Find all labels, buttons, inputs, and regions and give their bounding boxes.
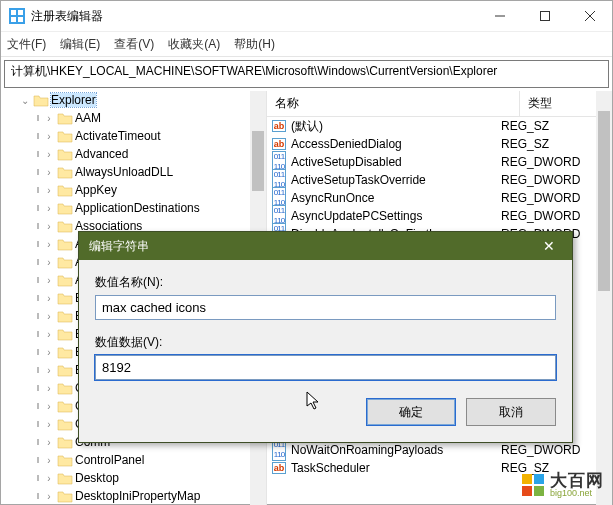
menubar: 文件(F) 编辑(E) 查看(V) 收藏夹(A) 帮助(H) — [1, 32, 612, 57]
expand-icon[interactable]: › — [43, 383, 55, 394]
folder-icon — [57, 183, 73, 197]
folder-icon — [57, 147, 73, 161]
svg-rect-6 — [540, 12, 549, 21]
tree-item-label: DesktopIniPropertyMap — [75, 489, 200, 503]
expand-icon[interactable]: › — [43, 113, 55, 124]
watermark-url: big100.net — [550, 489, 604, 498]
expand-icon[interactable]: › — [43, 203, 55, 214]
expand-icon[interactable]: › — [43, 149, 55, 160]
close-button[interactable] — [567, 1, 612, 31]
expand-icon[interactable]: › — [43, 473, 55, 484]
folder-icon — [57, 471, 73, 485]
expand-icon[interactable]: › — [43, 167, 55, 178]
value-type: REG_DWORD — [501, 209, 608, 223]
window-controls — [477, 1, 612, 31]
ok-button[interactable]: 确定 — [366, 398, 456, 426]
folder-icon — [57, 219, 73, 233]
tree-item-label: AlwaysUnloadDLL — [75, 165, 173, 179]
tree-item-label: ApplicationDestinations — [75, 201, 200, 215]
folder-icon — [57, 255, 73, 269]
regedit-window: 注册表编辑器 文件(F) 编辑(E) 查看(V) 收藏夹(A) 帮助(H) 计算… — [0, 0, 613, 505]
tree-item[interactable]: ›Desktop — [1, 469, 266, 487]
list-row[interactable]: 011110AsyncUpdatePCSettingsREG_DWORD — [267, 207, 612, 225]
value-name-input[interactable] — [95, 295, 556, 320]
value-data-input[interactable] — [95, 355, 556, 380]
list-row[interactable]: 011110AsyncRunOnceREG_DWORD — [267, 189, 612, 207]
folder-icon — [57, 273, 73, 287]
dialog-body: 数值名称(N): 数值数据(V): 确定 取消 — [79, 260, 572, 442]
value-name: (默认) — [291, 118, 501, 135]
expand-icon[interactable]: › — [43, 419, 55, 430]
list-scrollbar[interactable] — [596, 91, 612, 505]
expand-icon[interactable]: › — [43, 347, 55, 358]
expand-icon[interactable]: › — [43, 491, 55, 502]
dialog-titlebar[interactable]: 编辑字符串 ✕ — [79, 232, 572, 260]
expand-icon[interactable]: › — [43, 329, 55, 340]
value-name-label: 数值名称(N): — [95, 274, 556, 291]
value-type: REG_DWORD — [501, 443, 608, 457]
value-type: REG_DWORD — [501, 191, 608, 205]
string-icon: ab — [272, 138, 287, 150]
menu-favorites[interactable]: 收藏夹(A) — [168, 36, 220, 53]
value-name: AsyncUpdatePCSettings — [291, 209, 501, 223]
tree-item[interactable]: ›ControlPanel — [1, 451, 266, 469]
expand-icon[interactable]: › — [43, 221, 55, 232]
col-name[interactable]: 名称 — [267, 91, 520, 116]
list-row[interactable]: ab(默认)REG_SZ — [267, 117, 612, 135]
watermark-text: 大百网 — [550, 472, 604, 489]
menu-view[interactable]: 查看(V) — [114, 36, 154, 53]
expand-icon[interactable]: › — [43, 401, 55, 412]
list-row[interactable]: abAccessDeniedDialogREG_SZ — [267, 135, 612, 153]
tree-item-label: Advanced — [75, 147, 128, 161]
tree-root[interactable]: ⌄ Explorer — [1, 91, 266, 109]
value-name: AccessDeniedDialog — [291, 137, 501, 151]
expand-icon[interactable]: › — [43, 311, 55, 322]
tree-item-label: AppKey — [75, 183, 117, 197]
list-header: 名称 类型 — [267, 91, 612, 117]
tree-item[interactable]: ›AAM — [1, 109, 266, 127]
svg-rect-2 — [18, 10, 23, 15]
tree-item[interactable]: ›Advanced — [1, 145, 266, 163]
dialog-buttons: 确定 取消 — [95, 398, 556, 426]
folder-icon — [57, 327, 73, 341]
svg-rect-4 — [18, 17, 23, 22]
folder-icon — [33, 93, 49, 107]
window-title: 注册表编辑器 — [31, 8, 477, 25]
menu-help[interactable]: 帮助(H) — [234, 36, 275, 53]
string-icon: ab — [272, 462, 287, 474]
cancel-button[interactable]: 取消 — [466, 398, 556, 426]
minimize-button[interactable] — [477, 1, 522, 31]
value-data-label: 数值数据(V): — [95, 334, 556, 351]
tree-item[interactable]: ›ApplicationDestinations — [1, 199, 266, 217]
expand-icon[interactable]: › — [43, 257, 55, 268]
expand-icon[interactable]: › — [43, 239, 55, 250]
value-name: AsyncRunOnce — [291, 191, 501, 205]
address-bar[interactable]: 计算机\HKEY_LOCAL_MACHINE\SOFTWARE\Microsof… — [4, 60, 609, 88]
list-row[interactable]: 011110ActiveSetupTaskOverrideREG_DWORD — [267, 171, 612, 189]
expand-icon[interactable]: › — [43, 275, 55, 286]
dialog-title: 编辑字符串 — [89, 238, 536, 255]
dialog-close-button[interactable]: ✕ — [536, 238, 562, 254]
expand-icon[interactable]: › — [43, 437, 55, 448]
tree-item[interactable]: ›AppKey — [1, 181, 266, 199]
expand-icon[interactable]: › — [43, 455, 55, 466]
menu-file[interactable]: 文件(F) — [7, 36, 46, 53]
expand-icon[interactable]: › — [43, 365, 55, 376]
tree-item[interactable]: ›AlwaysUnloadDLL — [1, 163, 266, 181]
svg-rect-1 — [11, 10, 16, 15]
folder-icon — [57, 345, 73, 359]
maximize-button[interactable] — [522, 1, 567, 31]
folder-icon — [57, 435, 73, 449]
list-row[interactable]: 011110NoWaitOnRoamingPayloadsREG_DWORD — [267, 441, 612, 459]
folder-icon — [57, 453, 73, 467]
expand-icon[interactable]: › — [43, 293, 55, 304]
expand-icon[interactable]: › — [43, 185, 55, 196]
tree-item[interactable]: ›ActivateTimeout — [1, 127, 266, 145]
menu-edit[interactable]: 编辑(E) — [60, 36, 100, 53]
collapse-icon[interactable]: ⌄ — [19, 95, 31, 106]
folder-icon — [57, 129, 73, 143]
tree-item[interactable]: ›DesktopIniPropertyMap — [1, 487, 266, 505]
list-row[interactable]: 011110ActiveSetupDisabledREG_DWORD — [267, 153, 612, 171]
folder-icon — [57, 201, 73, 215]
expand-icon[interactable]: › — [43, 131, 55, 142]
